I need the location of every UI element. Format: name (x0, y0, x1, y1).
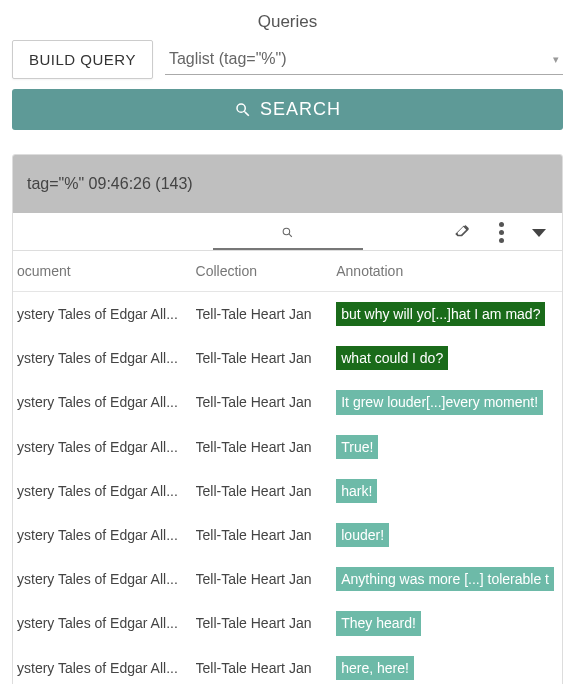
cell-annotation: They heard! (336, 601, 562, 645)
cell-collection: Tell-Tale Heart Jan (196, 425, 337, 469)
cell-collection: Tell-Tale Heart Jan (196, 292, 337, 337)
search-button-label: SEARCH (260, 99, 341, 120)
cell-collection: Tell-Tale Heart Jan (196, 380, 337, 424)
cell-document: ystery Tales of Edgar All... (13, 601, 196, 645)
kebab-menu-icon[interactable] (499, 222, 504, 243)
annotation-tag[interactable]: what could I do? (336, 346, 448, 370)
table-row[interactable]: ystery Tales of Edgar All...Tell-Tale He… (13, 336, 562, 380)
annotation-tag[interactable]: but why will yo[...]hat I am mad? (336, 302, 545, 326)
results-summary: tag="%" 09:46:26 (143) (13, 155, 562, 213)
annotation-tag[interactable]: It grew louder[...]every moment! (336, 390, 543, 414)
table-row[interactable]: ystery Tales of Edgar All...Tell-Tale He… (13, 425, 562, 469)
table-row[interactable]: ystery Tales of Edgar All...Tell-Tale He… (13, 292, 562, 337)
cell-document: ystery Tales of Edgar All... (13, 425, 196, 469)
results-panel: tag="%" 09:46:26 (143) (12, 154, 563, 684)
cell-document: ystery Tales of Edgar All... (13, 646, 196, 685)
results-toolbar (13, 213, 562, 251)
annotation-tag[interactable]: True! (336, 435, 378, 459)
build-query-button[interactable]: BUILD QUERY (12, 40, 153, 79)
queries-title: Queries (12, 12, 563, 32)
cell-collection: Tell-Tale Heart Jan (196, 336, 337, 380)
taglist-dropdown[interactable]: Taglist (tag="%") ▾ (165, 44, 563, 75)
toolbar-search-tab[interactable] (213, 226, 363, 250)
cell-annotation: here, here! (336, 646, 562, 685)
cell-collection: Tell-Tale Heart Jan (196, 557, 337, 601)
query-controls-row: BUILD QUERY Taglist (tag="%") ▾ (12, 40, 563, 79)
cell-collection: Tell-Tale Heart Jan (196, 513, 337, 557)
cell-document: ystery Tales of Edgar All... (13, 380, 196, 424)
cell-annotation: hark! (336, 469, 562, 513)
cell-annotation: True! (336, 425, 562, 469)
column-header-annotation[interactable]: Annotation (336, 251, 562, 292)
search-icon (234, 101, 252, 119)
annotation-tag[interactable]: Anything was more [...] tolerable t (336, 567, 554, 591)
annotation-tag[interactable]: here, here! (336, 656, 414, 680)
search-button[interactable]: SEARCH (12, 89, 563, 130)
table-row[interactable]: ystery Tales of Edgar All...Tell-Tale He… (13, 380, 562, 424)
svg-point-0 (283, 228, 290, 235)
annotation-tag[interactable]: They heard! (336, 611, 421, 635)
table-row[interactable]: ystery Tales of Edgar All...Tell-Tale He… (13, 513, 562, 557)
cell-document: ystery Tales of Edgar All... (13, 557, 196, 601)
caret-down-icon[interactable] (532, 229, 546, 237)
table-row[interactable]: ystery Tales of Edgar All...Tell-Tale He… (13, 646, 562, 685)
cell-document: ystery Tales of Edgar All... (13, 292, 196, 337)
taglist-dropdown-label: Taglist (tag="%") (169, 50, 287, 68)
table-row[interactable]: ystery Tales of Edgar All...Tell-Tale He… (13, 557, 562, 601)
cell-collection: Tell-Tale Heart Jan (196, 601, 337, 645)
svg-line-1 (289, 234, 292, 237)
cell-annotation: Anything was more [...] tolerable t (336, 557, 562, 601)
annotation-tag[interactable]: hark! (336, 479, 377, 503)
search-icon (281, 226, 294, 239)
eraser-icon[interactable] (453, 222, 471, 243)
cell-collection: Tell-Tale Heart Jan (196, 469, 337, 513)
column-header-document[interactable]: ocument (13, 251, 196, 292)
table-row[interactable]: ystery Tales of Edgar All...Tell-Tale He… (13, 469, 562, 513)
cell-document: ystery Tales of Edgar All... (13, 469, 196, 513)
cell-document: ystery Tales of Edgar All... (13, 336, 196, 380)
annotation-tag[interactable]: louder! (336, 523, 389, 547)
cell-document: ystery Tales of Edgar All... (13, 513, 196, 557)
results-table: ocument Collection Annotation ystery Tal… (13, 251, 562, 684)
cell-annotation: but why will yo[...]hat I am mad? (336, 292, 562, 337)
column-header-collection[interactable]: Collection (196, 251, 337, 292)
cell-annotation: what could I do? (336, 336, 562, 380)
cell-annotation: louder! (336, 513, 562, 557)
cell-annotation: It grew louder[...]every moment! (336, 380, 562, 424)
cell-collection: Tell-Tale Heart Jan (196, 646, 337, 685)
table-row[interactable]: ystery Tales of Edgar All...Tell-Tale He… (13, 601, 562, 645)
chevron-down-icon: ▾ (553, 53, 559, 66)
